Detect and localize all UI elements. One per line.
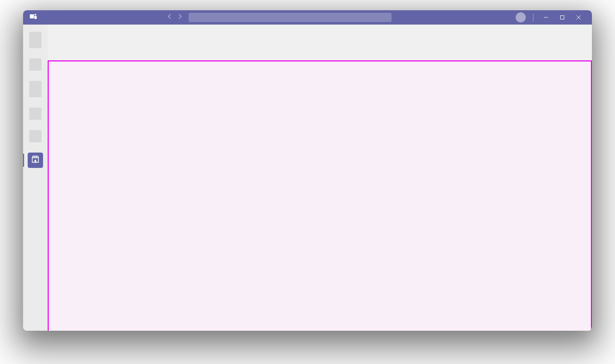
minimize-button[interactable]	[538, 10, 554, 25]
nav-arrows	[166, 13, 183, 22]
svg-point-1	[34, 14, 36, 15]
svg-rect-0	[30, 14, 34, 18]
sidebar-item-3[interactable]	[29, 81, 42, 97]
body-area	[23, 25, 592, 331]
svg-rect-6	[35, 160, 36, 162]
close-button[interactable]	[570, 10, 587, 25]
svg-rect-3	[561, 16, 564, 19]
store-icon	[31, 155, 39, 165]
search-input[interactable]	[189, 13, 392, 22]
sidebar-item-5[interactable]	[29, 130, 42, 142]
sidebar-item-2[interactable]	[29, 58, 42, 71]
app-window	[23, 10, 592, 331]
teams-app-icon	[28, 12, 42, 23]
content-header-placeholder	[48, 25, 592, 60]
back-button[interactable]	[166, 13, 173, 22]
maximize-button[interactable]	[554, 10, 570, 25]
app-content-highlight	[48, 60, 592, 331]
sidebar-item-1[interactable]	[29, 32, 42, 48]
active-indicator	[23, 154, 24, 167]
sidebar-item-4[interactable]	[29, 108, 42, 120]
window-controls	[538, 10, 587, 25]
user-avatar[interactable]	[516, 12, 526, 23]
sidebar-item-store[interactable]	[28, 153, 43, 168]
win-divider	[533, 13, 534, 22]
title-bar	[23, 10, 592, 25]
forward-button[interactable]	[176, 13, 183, 22]
content-wrap	[48, 25, 592, 331]
app-sidebar	[23, 25, 48, 331]
